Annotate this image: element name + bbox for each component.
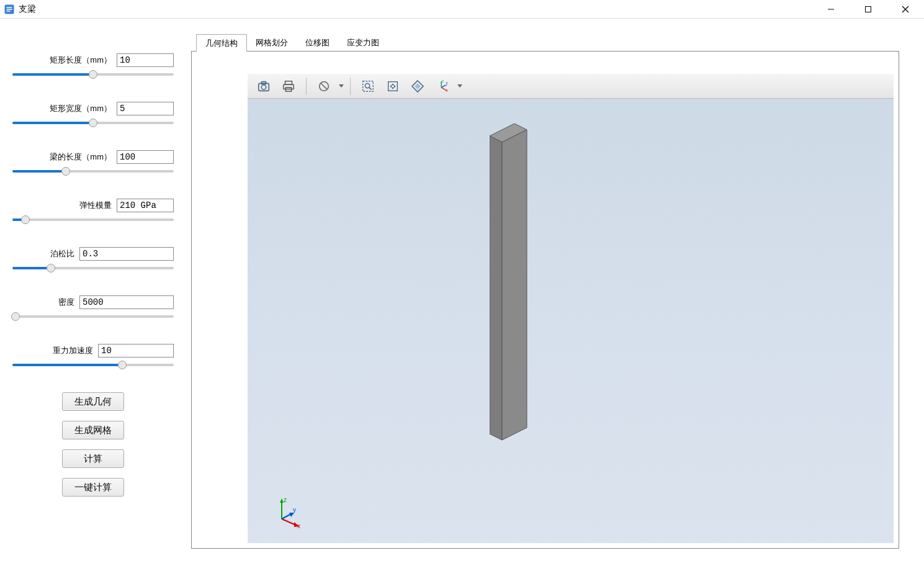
compute-button[interactable]: 计算 — [62, 449, 124, 468]
slider-thumb[interactable] — [21, 215, 30, 224]
axis-gizmo: z x y — [272, 497, 303, 528]
param-label: 泊松比 — [50, 248, 74, 259]
param-label: 弹性模量 — [79, 200, 112, 211]
fit-icon — [386, 79, 400, 93]
svg-rect-2 — [866, 6, 871, 12]
param-slider[interactable] — [12, 364, 174, 366]
svg-rect-13 — [363, 81, 374, 91]
param-slider[interactable] — [12, 170, 174, 173]
generate-geometry-button[interactable]: 生成几何 — [62, 392, 124, 411]
slider-thumb[interactable] — [89, 119, 97, 127]
axis-y-label: y — [293, 506, 296, 513]
axis-z-label: z — [284, 497, 287, 503]
forbid-icon — [317, 79, 331, 93]
param-row: 梁的长度（mm） — [12, 150, 174, 173]
svg-rect-8 — [285, 81, 292, 84]
viewport-frame: z x y z — [191, 51, 899, 549]
param-slider[interactable] — [12, 267, 174, 269]
print-icon — [282, 79, 295, 93]
param-input[interactable] — [98, 344, 174, 358]
axis-view-button[interactable]: z x y — [431, 76, 454, 96]
param-label: 矩形宽度（mm） — [50, 103, 112, 114]
tab-0[interactable]: 几何结构 — [196, 34, 247, 52]
param-row: 弹性模量 — [12, 199, 174, 221]
param-input[interactable] — [117, 102, 174, 115]
param-row: 矩形宽度（mm） — [12, 102, 174, 124]
zoom-region-button[interactable] — [357, 76, 379, 96]
parameters-panel: 矩形长度（mm） 矩形宽度（mm） 梁的长度（mm） 弹性模量 — [0, 19, 186, 574]
svg-point-14 — [365, 83, 369, 88]
geometry-viewport[interactable]: z x y z — [248, 74, 894, 543]
param-input[interactable] — [79, 247, 174, 261]
maximize-icon — [864, 6, 872, 13]
slider-thumb[interactable] — [61, 167, 70, 176]
svg-line-12 — [321, 83, 327, 89]
axis-view-icon: z x y — [436, 79, 449, 93]
svg-line-15 — [369, 87, 372, 89]
camera-button[interactable] — [253, 76, 275, 96]
tab-1[interactable]: 网格划分 — [247, 34, 297, 52]
param-input[interactable] — [79, 295, 174, 309]
app-icon — [4, 4, 15, 15]
param-input[interactable] — [117, 53, 174, 67]
viewport-toolbar: z x y — [248, 74, 894, 99]
chevron-down-icon[interactable] — [457, 84, 462, 88]
rotate-view-button[interactable] — [406, 76, 429, 96]
svg-rect-9 — [284, 84, 294, 89]
generate-mesh-button[interactable]: 生成网格 — [62, 421, 124, 439]
tab-2[interactable]: 位移图 — [297, 34, 338, 52]
titlebar: 支梁 — [0, 0, 924, 19]
param-slider[interactable] — [12, 122, 174, 124]
param-row: 重力加速度 — [12, 344, 174, 366]
close-icon — [902, 6, 909, 13]
param-input[interactable] — [117, 150, 174, 164]
window-title: 支梁 — [19, 4, 36, 15]
param-label: 重力加速度 — [53, 345, 93, 356]
zoom-region-icon — [361, 79, 375, 93]
param-row: 矩形长度（mm） — [12, 53, 174, 76]
minimize-icon — [827, 6, 835, 13]
param-label: 密度 — [58, 297, 74, 308]
svg-rect-7 — [261, 81, 266, 84]
one-click-compute-button[interactable]: 一键计算 — [62, 478, 124, 497]
close-button[interactable] — [887, 0, 924, 19]
param-label: 梁的长度（mm） — [50, 151, 112, 163]
svg-marker-26 — [490, 136, 502, 440]
view-tabs: 几何结构网格划分位移图应变力图 — [191, 34, 899, 51]
maximize-button[interactable] — [850, 0, 887, 19]
param-input[interactable] — [117, 199, 174, 212]
svg-point-6 — [261, 84, 266, 89]
svg-marker-18 — [415, 83, 421, 89]
rotate-icon — [410, 79, 425, 94]
svg-text:x: x — [446, 88, 449, 92]
slider-thumb[interactable] — [89, 70, 97, 79]
camera-icon — [257, 79, 271, 93]
param-row: 泊松比 — [12, 247, 174, 269]
toolbar-separator — [350, 78, 351, 95]
param-slider[interactable] — [12, 315, 174, 318]
slider-thumb[interactable] — [118, 361, 127, 369]
svg-marker-27 — [502, 130, 527, 440]
toolbar-separator — [306, 78, 307, 95]
param-slider[interactable] — [12, 218, 174, 221]
print-button[interactable] — [277, 76, 300, 96]
clear-button[interactable] — [313, 76, 335, 96]
slider-thumb[interactable] — [11, 312, 20, 321]
chevron-down-icon[interactable] — [339, 84, 344, 88]
beam-geometry — [490, 124, 539, 446]
svg-text:z: z — [442, 79, 444, 83]
svg-text:y: y — [446, 81, 449, 86]
axis-x-label: x — [297, 523, 300, 528]
slider-thumb[interactable] — [47, 264, 55, 272]
svg-line-23 — [441, 85, 446, 88]
tab-3[interactable]: 应变力图 — [338, 34, 388, 52]
minimize-button[interactable] — [812, 0, 850, 19]
svg-rect-16 — [388, 81, 398, 91]
param-row: 密度 — [12, 295, 174, 318]
param-slider[interactable] — [12, 73, 174, 76]
param-label: 矩形长度（mm） — [50, 55, 112, 66]
fit-view-button[interactable] — [382, 76, 404, 96]
